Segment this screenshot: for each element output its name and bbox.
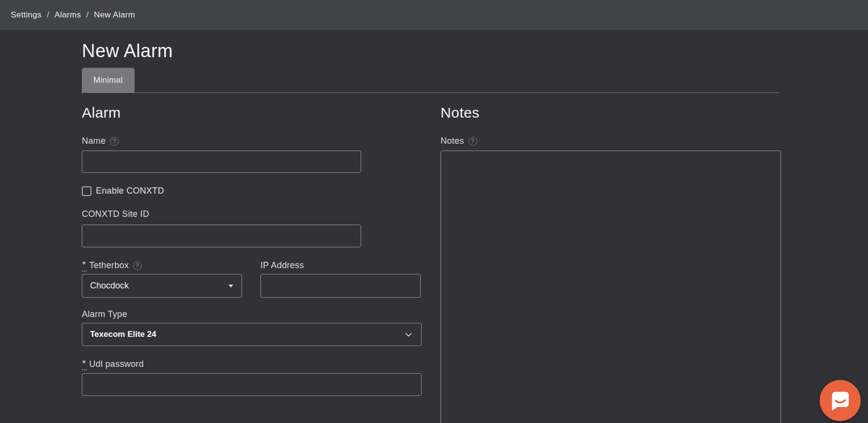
- ip-address-input[interactable]: [260, 274, 421, 298]
- conxtd-site-id-input[interactable]: [82, 225, 361, 247]
- tetherbox-help-icon[interactable]: ?: [133, 261, 142, 270]
- udl-password-label: * Udl password: [82, 359, 422, 369]
- notes-textarea[interactable]: [441, 151, 781, 423]
- conxtd-site-id-label: CONXTD Site ID: [82, 209, 422, 219]
- page-title: New Alarm: [82, 41, 781, 61]
- name-help-icon[interactable]: ?: [110, 137, 119, 146]
- notes-section: Notes Notes ?: [441, 93, 781, 423]
- tetherbox-group: * Tetherbox ? Chocdock: [82, 247, 242, 298]
- intercom-chat-button[interactable]: [820, 380, 861, 421]
- breadcrumb-separator: /: [86, 10, 89, 20]
- main-content: New Alarm Minimal Alarm Name ? Enable CO…: [82, 30, 781, 423]
- alarm-type-select[interactable]: Texecom Elite 24: [82, 323, 422, 346]
- tetherbox-selected-value: Chocdock: [90, 281, 129, 291]
- name-label: Name ?: [82, 136, 422, 146]
- chat-bubble-icon: [828, 388, 853, 413]
- required-asterisk: *: [82, 359, 87, 370]
- chevron-down-icon: [405, 330, 412, 337]
- alarm-type-label: Alarm Type: [82, 309, 422, 319]
- alarm-section: Alarm Name ? Enable CONXTD CONXTD Site I…: [82, 93, 422, 423]
- notes-help-icon[interactable]: ?: [469, 137, 477, 146]
- notes-label: Notes ?: [441, 136, 781, 146]
- breadcrumb-new-alarm: New Alarm: [94, 10, 135, 20]
- tab-bar: Minimal: [82, 68, 779, 93]
- tab-minimal[interactable]: Minimal: [82, 68, 135, 92]
- enable-conxtd-checkbox[interactable]: [82, 186, 91, 196]
- alarm-type-selected-value: Texecom Elite 24: [90, 330, 156, 339]
- enable-conxtd-row: Enable CONXTD: [82, 186, 422, 196]
- alarm-section-heading: Alarm: [82, 105, 422, 121]
- notes-section-heading: Notes: [441, 105, 781, 121]
- required-asterisk: *: [82, 260, 87, 272]
- name-input[interactable]: [82, 151, 361, 173]
- enable-conxtd-label: Enable CONXTD: [96, 186, 164, 196]
- tetherbox-label: * Tetherbox ?: [82, 260, 242, 271]
- breadcrumb: Settings / Alarms / New Alarm: [0, 0, 868, 30]
- dropdown-caret-icon: [228, 285, 233, 287]
- ip-address-label: IP Address: [260, 260, 421, 271]
- ip-address-group: IP Address: [260, 247, 421, 298]
- breadcrumb-separator: /: [47, 10, 49, 20]
- breadcrumb-settings[interactable]: Settings: [11, 10, 42, 20]
- udl-password-input[interactable]: [82, 373, 422, 396]
- tetherbox-select[interactable]: Chocdock: [82, 274, 242, 298]
- breadcrumb-alarms[interactable]: Alarms: [55, 10, 81, 20]
